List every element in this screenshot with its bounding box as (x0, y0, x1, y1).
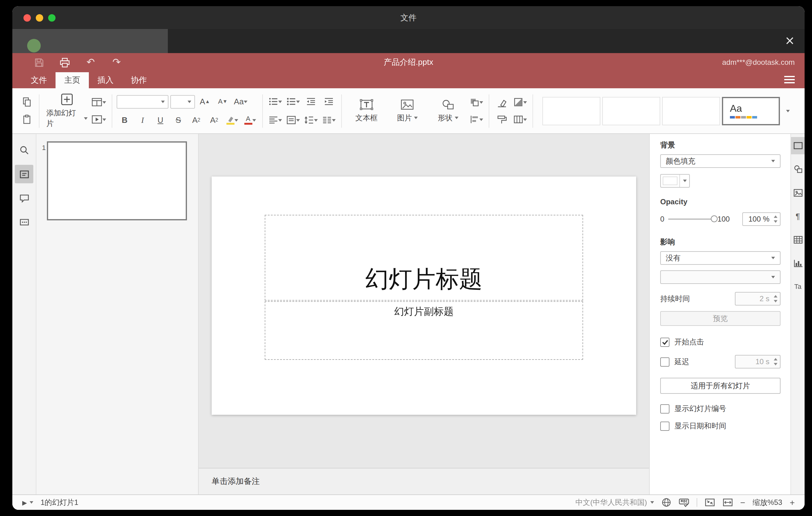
minimize-window-button[interactable] (36, 14, 43, 22)
delay-checkbox[interactable] (660, 357, 669, 366)
theme-slot[interactable] (662, 96, 720, 125)
font-color-button[interactable]: A (242, 113, 258, 127)
slide-layout-button[interactable] (90, 95, 107, 110)
shape-settings-tab[interactable] (791, 161, 805, 178)
feedback-button[interactable] (15, 213, 33, 231)
opacity-spinner[interactable]: 100 % (742, 212, 781, 226)
insert-textbox-button[interactable]: 文本框 (346, 93, 387, 129)
image-settings-tab[interactable] (791, 184, 805, 201)
show-slide-number-checkbox[interactable] (660, 404, 669, 413)
spellcheck-button[interactable] (678, 498, 689, 507)
start-slideshow-button[interactable] (90, 112, 107, 127)
bold-glyph: B (122, 116, 128, 124)
table-settings-tab[interactable] (791, 231, 805, 248)
align-shapes-button[interactable] (468, 112, 484, 127)
effect-select[interactable]: 没有 (660, 251, 781, 265)
theme-gallery-expand-button[interactable] (780, 104, 796, 118)
chevron-down-icon (774, 220, 778, 223)
fill-type-select[interactable]: 颜色填充 (660, 154, 781, 168)
notes-area[interactable]: 单击添加备注 (199, 468, 649, 494)
language-select[interactable]: 中文(中华人民共和国) (575, 497, 654, 508)
decrease-font-button[interactable]: A ▼ (215, 94, 231, 109)
slides-panel-button[interactable] (15, 165, 33, 183)
show-date-time-checkbox[interactable] (660, 422, 669, 431)
clear-style-button[interactable] (494, 95, 510, 110)
tab-insert[interactable]: 插入 (89, 72, 122, 88)
increase-font-button[interactable]: A ▲ (197, 94, 213, 109)
preview-button[interactable]: 预览 (660, 311, 781, 326)
color-picker-expand[interactable] (679, 175, 689, 187)
decrease-indent-button[interactable] (303, 94, 319, 109)
superscript-button[interactable]: A 2 (188, 113, 204, 127)
tab-file[interactable]: 文件 (22, 72, 56, 88)
title-placeholder[interactable]: 幻灯片标题 (265, 215, 583, 300)
subtitle-placeholder[interactable]: 幻灯片副标题 (265, 301, 583, 360)
shape-fill-button[interactable] (512, 95, 528, 110)
bullet-list-button[interactable] (267, 94, 283, 109)
redo-button[interactable]: ↷ (109, 55, 125, 70)
start-preview-button[interactable]: ▶ (22, 499, 33, 506)
vertical-align-button[interactable] (285, 113, 301, 127)
undo-button[interactable]: ↶ (83, 55, 99, 70)
insert-image-button[interactable]: 图片 (387, 93, 428, 129)
zoom-value[interactable]: 缩放%53 (753, 497, 782, 508)
subscript-button[interactable]: A 2 (206, 113, 222, 127)
horizontal-align-button[interactable] (267, 113, 283, 127)
close-window-button[interactable] (24, 14, 31, 22)
hamburger-menu-button[interactable] (784, 76, 795, 83)
fit-width-button[interactable] (722, 498, 733, 507)
add-slide-button[interactable]: 添加幻灯片 (44, 93, 90, 129)
start-on-click-checkbox[interactable] (660, 338, 669, 347)
slide-settings-tab[interactable] (791, 137, 805, 154)
paragraph-settings-tab[interactable]: ¶ (791, 207, 805, 225)
numbered-list-button[interactable] (285, 94, 301, 109)
insert-shape-button[interactable]: 形状 (428, 93, 468, 129)
print-icon (59, 57, 70, 67)
highlight-color-button[interactable] (224, 113, 240, 127)
duration-spinner[interactable]: 2 s (735, 292, 781, 306)
italic-button[interactable]: I (135, 113, 150, 127)
comments-button[interactable] (15, 189, 33, 207)
copy-style-button[interactable] (494, 112, 510, 127)
document-language-button[interactable] (661, 497, 671, 507)
paste-button[interactable] (19, 112, 34, 127)
chevron-down-icon (103, 101, 106, 104)
bold-button[interactable]: B (117, 113, 133, 127)
font-name-select[interactable] (117, 95, 169, 108)
font-size-select[interactable] (170, 95, 195, 108)
underline-button[interactable]: U (152, 113, 169, 127)
print-button[interactable] (57, 55, 73, 70)
change-case-button[interactable]: Aa (233, 94, 249, 109)
theme-gallery: Aa (542, 96, 780, 125)
fit-slide-button[interactable] (704, 498, 715, 507)
fill-color-picker[interactable] (660, 174, 690, 188)
apply-to-all-button[interactable]: 适用于所有幻灯片 (660, 378, 781, 394)
spinner-arrows[interactable] (774, 216, 778, 223)
line-spacing-button[interactable] (303, 113, 319, 127)
arrange-shapes-button[interactable] (468, 95, 484, 110)
theme-slot[interactable] (602, 96, 660, 125)
delay-spinner[interactable]: 10 s (735, 355, 781, 369)
increase-indent-button[interactable] (321, 94, 337, 109)
copy-button[interactable] (19, 95, 34, 110)
textart-settings-tab[interactable]: Ta (791, 278, 805, 295)
zoom-in-button[interactable]: + (790, 497, 795, 507)
theme-slot[interactable] (542, 96, 600, 125)
effect-type-select[interactable] (660, 270, 781, 284)
zoom-out-button[interactable]: − (740, 497, 745, 507)
columns-button[interactable] (321, 113, 337, 127)
tab-collaboration[interactable]: 协作 (122, 72, 155, 88)
slide-thumbnail[interactable] (47, 141, 187, 220)
save-button[interactable] (31, 55, 47, 70)
opacity-slider-handle[interactable] (710, 216, 717, 222)
opacity-slider[interactable] (668, 219, 714, 220)
slide-size-button[interactable] (512, 112, 528, 127)
close-editor-button[interactable] (782, 33, 797, 48)
zoom-window-button[interactable] (48, 14, 56, 22)
tab-home[interactable]: 主页 (56, 72, 89, 88)
search-button[interactable] (15, 141, 33, 159)
chart-settings-tab[interactable] (791, 254, 805, 271)
theme-slot-selected[interactable]: Aa (722, 96, 780, 125)
slide[interactable]: 幻灯片标题 幻灯片副标题 (212, 176, 636, 415)
strikethrough-button[interactable]: S (170, 113, 186, 127)
